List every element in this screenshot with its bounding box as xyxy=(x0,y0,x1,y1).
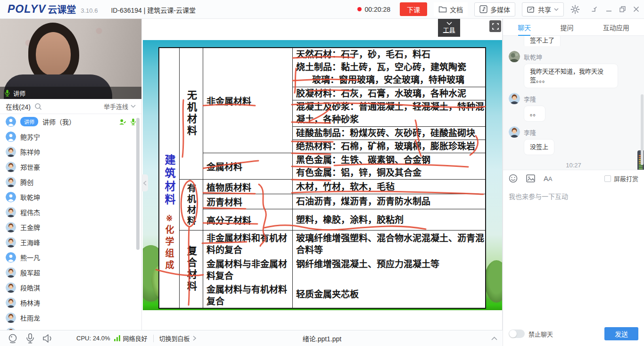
session-info: ID-636194 | 建筑云课-云课堂 xyxy=(111,5,195,15)
microphone-icon xyxy=(5,90,10,97)
speaker-icon[interactable] xyxy=(42,334,54,343)
font-size-icon[interactable]: AA xyxy=(544,174,552,182)
participant-row[interactable]: 郑世豪 xyxy=(0,159,141,174)
status-bar: CPU: 24.0% 网络良好 切换到白板 绪论.ppt1.ppt xyxy=(0,330,503,346)
mute-chat-toggle[interactable] xyxy=(509,330,525,338)
slide-prev-arrow[interactable] xyxy=(141,174,148,191)
compact-mode-icon[interactable] xyxy=(591,6,598,13)
folder-icon xyxy=(438,6,447,13)
participant-row[interactable]: 王海峰 xyxy=(0,235,141,250)
chat-input-area xyxy=(503,187,644,325)
image-icon[interactable] xyxy=(526,174,535,182)
camera-icon[interactable] xyxy=(8,333,18,344)
chat-message-list[interactable]: 签不上了 耿乾坤 我昨天还不知道，我昨天没签。。。 李隆 。。 李隆 xyxy=(503,36,644,170)
participant-row[interactable]: 殷军超 xyxy=(0,265,141,280)
avatar xyxy=(6,252,16,263)
chevron-up-icon[interactable] xyxy=(491,337,497,340)
avatar xyxy=(6,132,16,142)
chevron-down-icon xyxy=(446,22,452,25)
avatar xyxy=(6,116,16,127)
tab-questions[interactable]: 提问 xyxy=(559,19,574,36)
participant-row[interactable]: 陈祥帅 xyxy=(0,144,141,159)
microphone-icon[interactable] xyxy=(26,333,34,344)
recording-indicator: 00:20:28 xyxy=(357,6,391,13)
left-panel: 讲师 在线(24) 举手连线 讲师 讲师（我） xyxy=(0,19,141,330)
checkbox-icon[interactable] xyxy=(604,175,611,182)
participant-row[interactable]: 耿乾坤 xyxy=(0,189,141,205)
avatar xyxy=(6,207,16,217)
online-count: 在线(24) xyxy=(6,102,31,111)
share-icon xyxy=(527,6,535,13)
record-dot-icon xyxy=(357,7,362,11)
end-class-button[interactable]: 下课 xyxy=(400,2,427,16)
participant-row-self[interactable]: 讲师 讲师（我） xyxy=(0,114,141,129)
avatar xyxy=(6,267,16,278)
close-icon[interactable] xyxy=(633,6,639,12)
participant-row[interactable]: 程伟杰 xyxy=(0,205,141,220)
teacher-badge: 讲师 xyxy=(20,117,38,126)
avatar xyxy=(6,313,16,323)
tools-button[interactable]: 工具 xyxy=(438,19,460,37)
participant-row[interactable]: 王金牌 xyxy=(0,220,141,235)
participant-row[interactable]: 杜雨龙 xyxy=(0,310,141,325)
participant-row[interactable]: 杨林涛 xyxy=(0,295,141,310)
online-bar: 在线(24) 举手连线 xyxy=(0,99,141,114)
tab-interactive-apps[interactable]: 互动应用 xyxy=(602,19,630,36)
settings-gear-icon[interactable] xyxy=(570,5,580,14)
avatar xyxy=(6,237,16,247)
chat-input[interactable] xyxy=(509,191,638,220)
webcam-label: 讲师 xyxy=(0,87,141,99)
table-row-header: 建筑材料 ※ 化学组成 xyxy=(159,48,180,308)
emoji-icon[interactable] xyxy=(509,174,518,183)
search-icon[interactable] xyxy=(34,103,42,110)
materials-table: 建筑材料 ※ 化学组成 无机材料 非金属材料 天然石材： xyxy=(158,47,486,309)
documents-button[interactable]: 文档 xyxy=(434,2,468,16)
avatar xyxy=(509,126,520,138)
chevron-down-icon xyxy=(554,8,559,11)
fullscreen-button[interactable] xyxy=(489,20,501,32)
record-timer: 00:20:28 xyxy=(365,6,391,13)
current-document-name[interactable]: 绪论.ppt1.ppt xyxy=(141,334,503,343)
avatar xyxy=(6,282,16,293)
participant-row[interactable]: 熊一凡 xyxy=(0,250,141,265)
polyv-logo: POLYV xyxy=(8,3,46,16)
logo-suffix: 云课堂 xyxy=(48,2,76,16)
participant-row[interactable]: 李隆 xyxy=(0,325,141,330)
multimedia-button[interactable]: 多媒体 xyxy=(474,2,515,16)
avatar xyxy=(6,192,16,202)
participant-list[interactable]: 讲师 讲师（我） 鲍苏宁 陈祥帅 郑世豪 腾创 耿乾坤 程伟杰 王金牌 王海峰 … xyxy=(0,114,141,330)
teacher-webcam: 讲师 xyxy=(0,19,141,99)
avatar xyxy=(6,222,16,232)
group-inorganic: 无机材料 非金属材料 天然石材：石子，砂，毛石，料石 烧土制品：黏土砖，瓦，空心… xyxy=(180,48,485,179)
app-window: POLYV 云课堂 3.10.6 ID-636194 | 建筑云课-云课堂 00… xyxy=(0,0,644,346)
participant-row[interactable]: 腾创 xyxy=(0,174,141,189)
chat-scrollbar[interactable] xyxy=(641,94,644,165)
minimize-icon[interactable] xyxy=(606,6,612,12)
share-button[interactable]: 共享 xyxy=(522,2,564,16)
chat-message: 李隆 没签上 xyxy=(509,126,638,155)
raise-hand-control[interactable]: 举手连线 xyxy=(104,102,136,111)
title-bar: POLYV 云课堂 3.10.6 ID-636194 | 建筑云课-云课堂 00… xyxy=(0,0,644,19)
send-button[interactable]: 发送 xyxy=(604,327,638,340)
app-version: 3.10.6 xyxy=(81,7,98,14)
tab-chat[interactable]: 聊天 xyxy=(517,19,532,36)
group-composite: 复合材料 非金属材料和有机材料的复合 玻璃纤维增强塑料、混合物水泥混凝土、沥青混… xyxy=(180,230,485,308)
avatar xyxy=(509,51,520,62)
signal-bars-icon xyxy=(114,335,120,341)
restore-icon[interactable] xyxy=(619,6,626,12)
participant-row[interactable]: 鲍苏宁 xyxy=(0,129,141,144)
participant-row[interactable]: 段皓淇 xyxy=(0,280,141,295)
chevron-down-icon xyxy=(131,105,136,108)
microphone-icon[interactable] xyxy=(131,118,136,125)
chat-timestamp: 10:27 xyxy=(509,162,638,169)
participant-scrollbar[interactable] xyxy=(136,118,140,250)
chat-tab-bar: 聊天 提问 互动应用 xyxy=(503,19,644,36)
slide-canvas[interactable]: 建筑材料 ※ 化学组成 无机材料 非金属材料 天然石材： xyxy=(143,40,502,310)
avatar xyxy=(6,162,16,172)
chat-toolbar: AA 屏蔽打赏 xyxy=(503,170,644,187)
block-reward-control[interactable]: 屏蔽打赏 xyxy=(604,174,638,183)
clipped-message: 签不上了 xyxy=(524,36,638,46)
person-online-icon xyxy=(119,118,126,125)
avatar xyxy=(6,147,16,157)
group-organic: 有机材料 植物质材料 木材，竹材，软木，毛毡 沥青材料 石油沥青，煤沥青，沥青防… xyxy=(180,179,485,230)
